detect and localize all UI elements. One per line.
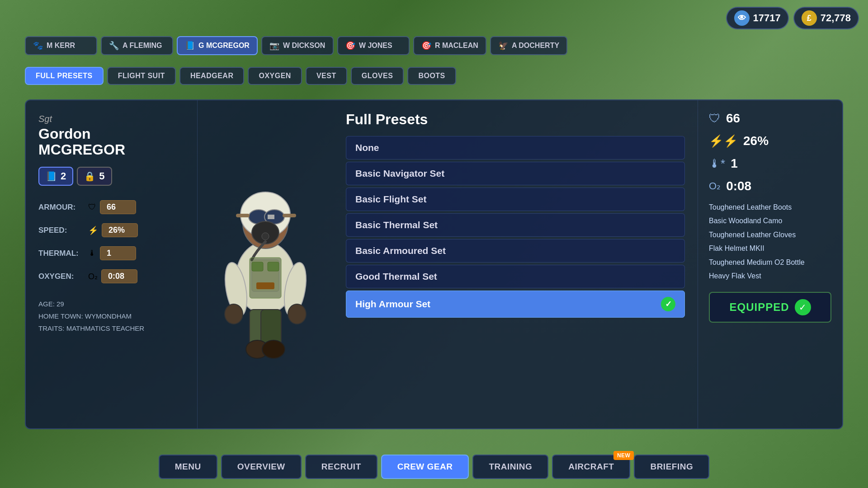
equipment-item-4: Flak Helmet MKII [709, 244, 831, 253]
preset-high-armour-label: High Armour Set [355, 299, 430, 310]
right-stats-panel: 🛡 66 ⚡⚡ 26% 🌡* 1 O₂ 0:08 Toughened Leath… [698, 100, 842, 428]
nav-menu[interactable]: MENU [159, 455, 217, 479]
nav-crew-gear-label: CREW GEAR [397, 462, 453, 471]
preset-badge-value: 2 [61, 170, 66, 182]
char-tab-rmaclean-label: R MACLEAN [435, 42, 478, 50]
tab-flight-suit[interactable]: FLIGHT SUIT [107, 67, 176, 85]
char-tab-mkerr-label: M KERR [47, 42, 75, 50]
tab-headgear-label: HEADGEAR [190, 72, 234, 80]
display-armour-icon: 🛡 [709, 112, 721, 126]
rmaclean-icon: 🎯 [421, 41, 431, 51]
blue-currency: 👁 17717 [726, 7, 789, 29]
preset-good-thermal[interactable]: Good Thermal Set [346, 265, 685, 288]
gold-currency: £ 72,778 [793, 7, 859, 29]
svg-point-19 [262, 340, 285, 358]
tab-gloves[interactable]: GLOVES [351, 67, 404, 85]
nav-training[interactable]: TRAINING [472, 455, 548, 479]
presets-title: Full Presets [346, 111, 685, 128]
char-tab-gmcgregor-label: G MCGREGOR [198, 42, 250, 50]
char-age: AGE: 29 [38, 298, 184, 310]
nav-aircraft[interactable]: AIRCRAFT NEW [552, 455, 630, 479]
char-tab-gmcgregor[interactable]: 📘 G MCGREGOR [177, 36, 258, 55]
svg-rect-7 [268, 215, 274, 219]
char-tab-wjones-label: W JONES [359, 42, 392, 50]
char-tab-wjones[interactable]: 🎯 W JONES [337, 36, 410, 55]
preset-none[interactable]: None [346, 136, 685, 160]
gold-currency-icon: £ [802, 10, 817, 26]
stat-oxygen-value: 0:08 [101, 269, 137, 283]
currency-bar: 👁 17717 £ 72,778 [726, 7, 859, 29]
tab-oxygen[interactable]: OXYGEN [248, 67, 302, 85]
nav-overview[interactable]: OVERVIEW [221, 455, 302, 479]
nav-briefing-label: BRIEFING [650, 462, 693, 471]
char-tab-adocherty[interactable]: 🦅 A DOCHERTY [490, 36, 567, 55]
preset-basic-thermal-label: Basic Thermal Set [355, 220, 438, 230]
stat-thermal-row: THERMAL: 🌡 1 [38, 246, 184, 260]
preset-basic-navigator[interactable]: Basic Navigator Set [346, 162, 685, 185]
tab-gloves-label: GLOVES [362, 72, 393, 80]
preset-none-label: None [355, 142, 379, 153]
equipped-button[interactable]: EQUIPPED ✓ [709, 292, 831, 323]
new-badge: NEW [613, 451, 634, 460]
equipment-item-6: Heavy Flak Vest [709, 271, 831, 281]
preset-badge: 📘 2 [38, 167, 73, 186]
nav-recruit[interactable]: RECRUIT [305, 455, 377, 479]
adocherty-icon: 🦅 [498, 41, 508, 51]
stat-speed-row: SPEED: ⚡ 26% [38, 223, 184, 237]
stat-oxygen-label: OXYGEN: [38, 272, 88, 281]
mkerr-icon: 🐾 [33, 41, 43, 51]
char-tab-wdickson-label: W DICKSON [283, 42, 325, 50]
tab-boots[interactable]: BOOTS [407, 67, 456, 85]
stat-thermal-label: THERMAL: [38, 249, 88, 258]
preset-basic-armoured-label: Basic Armoured Set [355, 245, 446, 256]
tab-full-presets[interactable]: FULL PRESETS [25, 67, 104, 85]
tab-full-presets-label: FULL PRESETS [36, 72, 93, 80]
presets-list-panel: Full Presets None Basic Navigator Set Ba… [333, 100, 698, 428]
nav-briefing[interactable]: BRIEFING [634, 455, 709, 479]
char-tab-afleming[interactable]: 🔧 A FLEMING [101, 36, 173, 55]
stat-armour-label: ARMOUR: [38, 203, 88, 212]
equipment-item-1: Toughened Leather Boots [709, 202, 831, 212]
oxygen-icon: O₂ [88, 272, 98, 282]
stat-armour-row: ARMOUR: 🛡 66 [38, 200, 184, 214]
stat-oxygen-row: OXYGEN: O₂ 0:08 [38, 269, 184, 283]
tab-headgear[interactable]: HEADGEAR [179, 67, 245, 85]
wjones-icon: 🎯 [345, 41, 355, 51]
display-oxygen: O₂ 0:08 [709, 179, 831, 193]
equipment-tabs: FULL PRESETS FLIGHT SUIT HEADGEAR OXYGEN… [25, 67, 456, 85]
stat-thermal-value: 1 [100, 246, 136, 260]
tab-boots-label: BOOTS [418, 72, 445, 80]
nav-aircraft-label: AIRCRAFT [568, 462, 614, 471]
preset-high-armour[interactable]: High Armour Set ✓ [346, 291, 685, 318]
svg-rect-9 [283, 214, 296, 217]
tab-vest[interactable]: VEST [306, 67, 347, 85]
lock-badge: 🔒 5 [77, 167, 112, 186]
char-tab-rmaclean[interactable]: 🎯 R MACLEAN [413, 36, 486, 55]
equipment-item-2: Basic Woodland Camo [709, 216, 831, 226]
svg-point-11 [262, 233, 269, 240]
gold-currency-amount: 72,778 [821, 12, 851, 24]
stat-armour-value: 66 [100, 200, 136, 214]
lock-badge-icon: 🔒 [84, 171, 95, 182]
char-tab-wdickson[interactable]: 📷 W DICKSON [261, 36, 334, 55]
character-rank: Sgt [38, 114, 184, 124]
character-model-panel [198, 100, 333, 428]
char-tab-mkerr[interactable]: 🐾 M KERR [25, 36, 97, 55]
display-oxygen-icon: O₂ [709, 180, 721, 192]
lock-badge-value: 5 [99, 170, 104, 182]
nav-crew-gear[interactable]: CREW GEAR [381, 455, 469, 479]
svg-point-15 [288, 304, 306, 324]
preset-basic-thermal[interactable]: Basic Thermal Set [346, 213, 685, 237]
blue-currency-icon: 👁 [734, 10, 750, 26]
tab-oxygen-label: OXYGEN [259, 72, 291, 80]
stat-speed-label: SPEED: [38, 226, 88, 235]
preset-basic-flight[interactable]: Basic Flight Set [346, 188, 685, 211]
display-armour-value: 66 [726, 111, 740, 126]
speed-icon: ⚡ [88, 225, 98, 235]
blue-currency-amount: 17717 [753, 12, 781, 24]
display-speed-icon: ⚡⚡ [709, 134, 738, 148]
preset-basic-armoured[interactable]: Basic Armoured Set [346, 239, 685, 263]
display-armour: 🛡 66 [709, 111, 831, 126]
equipped-label: EQUIPPED [729, 301, 789, 314]
char-last-name: MCGREGOR [38, 141, 125, 158]
